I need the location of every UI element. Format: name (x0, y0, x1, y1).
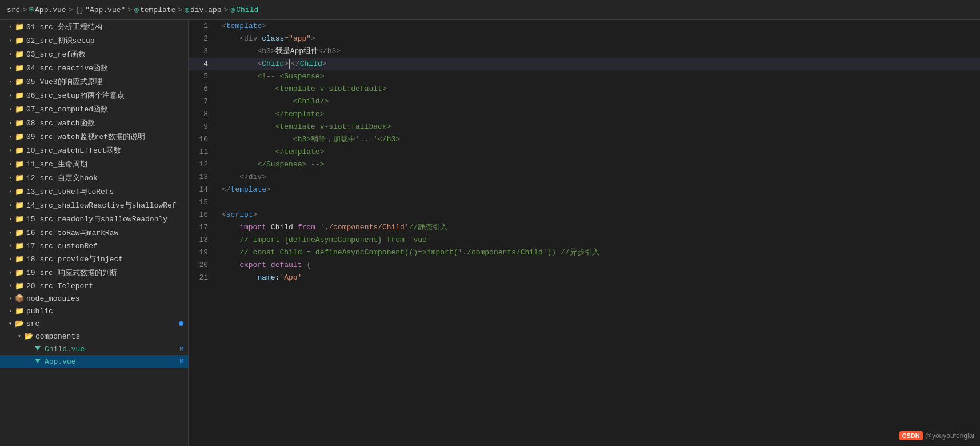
sidebar-item-04[interactable]: ›📁04_src_reactive函数 (0, 61, 188, 75)
folder-icon: 📁 (15, 77, 24, 86)
sidebar-item-08[interactable]: ›📁08_src_watch函数 (0, 116, 188, 130)
sidebar-item-18[interactable]: ›📁18_src_provide与inject (0, 252, 188, 266)
sidebar-item-label: 04_src_reactive函数 (26, 63, 183, 73)
code-editor[interactable]: 1<template>2 <div class="app">3 <h3>我是Ap… (189, 20, 980, 446)
sidebar-item-label: 01_src_分析工程结构 (26, 22, 183, 32)
arrow-icon: › (6, 91, 15, 100)
sidebar-item-src[interactable]: ▾📂src (0, 317, 188, 330)
svg-marker-1 (35, 359, 41, 363)
sidebar-item-11[interactable]: ›📁11_src_生命周期 (0, 157, 188, 171)
code-line-14: 14</template> (189, 184, 980, 196)
arrow-icon: › (6, 132, 15, 141)
sidebar-item-label: 15_src_readonly与shallowReadonly (26, 214, 183, 224)
sidebar-item-label: 07_src_computed函数 (26, 104, 183, 114)
bc-sep-1: > (22, 6, 27, 14)
line-number: 7 (189, 95, 217, 108)
line-number: 15 (189, 196, 217, 209)
arrow-icon: › (6, 187, 15, 196)
bc-appvue[interactable]: App.vue (35, 6, 66, 14)
folder-icon: 📁 (15, 118, 24, 128)
code-line-4: 4 <Child></Child> (189, 58, 980, 70)
sidebar-item-label: 14_src_shallowReactive与shallowRef (26, 200, 183, 210)
bc-obj-icon: {} (75, 6, 84, 14)
line-number: 9 (189, 121, 217, 133)
arrow-icon: › (6, 173, 15, 182)
arrow-icon: › (6, 146, 15, 155)
code-line-7: 7 <Child/> (189, 95, 980, 108)
line-content: // import {defineAsyncComponent} from 'v… (217, 234, 980, 246)
sidebar-item-06[interactable]: ›📁06_src_setup的两个注意点 (0, 89, 188, 102)
sidebar-item-02[interactable]: ›📁02_src_初识setup (0, 34, 188, 47)
arrow-icon (24, 344, 33, 353)
sidebar-item-05[interactable]: ›📁05_Vue3的响应式原理 (0, 75, 188, 89)
sidebar-item-child[interactable]: Child.vueM (0, 343, 188, 355)
sidebar-item-label: 19_src_响应式数据的判断 (26, 268, 183, 278)
code-line-6: 6 <template v-slot:default> (189, 83, 980, 95)
sidebar-item-14[interactable]: ›📁14_src_shallowReactive与shallowRef (0, 198, 188, 212)
sidebar-item-10[interactable]: ›📁10_src_watchEffect函数 (0, 144, 188, 157)
sidebar-item-label: 10_src_watchEffect函数 (26, 145, 183, 156)
sidebar-item-20[interactable]: ›📁20_src_Teleport (0, 280, 188, 292)
line-content: <template v-slot:default> (217, 83, 980, 95)
line-number: 10 (189, 133, 217, 146)
line-content: import Child from './components/Child'//… (217, 221, 980, 234)
sidebar-item-07[interactable]: ›📁07_src_computed函数 (0, 102, 188, 116)
folder-icon: 📂 (15, 319, 24, 328)
line-content: <h3>稍等，加载中'...'</h3> (217, 133, 980, 146)
sidebar: ›📁01_src_分析工程结构›📁02_src_初识setup›📁03_src_… (0, 20, 189, 446)
arrow-icon: › (6, 63, 15, 73)
arrow-icon: › (6, 50, 15, 59)
sidebar-item-03[interactable]: ›📁03_src_ref函数 (0, 47, 188, 61)
line-number: 2 (189, 33, 217, 45)
bc-appvue2[interactable]: "App.vue" (85, 6, 125, 14)
sidebar-item-13[interactable]: ›📁13_src_toRef与toRefs (0, 185, 188, 198)
code-line-8: 8 </template> (189, 108, 980, 121)
line-content: <script> (217, 209, 980, 221)
line-number: 1 (189, 20, 217, 33)
sidebar-item-01[interactable]: ›📁01_src_分析工程结构 (0, 20, 188, 34)
code-line-12: 12 </Suspense> --> (189, 158, 980, 171)
folder-icon: 📂 (24, 332, 33, 341)
sidebar-item-label: 05_Vue3的响应式原理 (26, 77, 183, 87)
line-number: 21 (189, 272, 217, 284)
code-line-3: 3 <h3>我是App组件</h3> (189, 45, 980, 58)
sidebar-item-label: src (26, 320, 179, 328)
bc-child[interactable]: Child (236, 6, 258, 14)
sidebar-item-16[interactable]: ›📁16_src_toRaw与markRaw (0, 226, 188, 240)
line-content: <template> (217, 20, 980, 33)
arrow-icon: › (6, 105, 15, 114)
sidebar-item-app[interactable]: App.vueM (0, 355, 188, 368)
line-content: <!-- <Suspense> (217, 70, 980, 83)
bc-sep-4: > (178, 6, 182, 14)
bc-src: src (7, 6, 20, 14)
sidebar-item-pub[interactable]: ›📁public (0, 305, 188, 317)
sidebar-item-label: public (26, 307, 183, 316)
sidebar-item-09[interactable]: ›📁09_src_watch监视ref数据的说明 (0, 130, 188, 144)
bc-divapp[interactable]: div.app (190, 6, 222, 14)
code-line-17: 17 import Child from './components/Child… (189, 221, 980, 234)
line-content: export default { (217, 259, 980, 272)
line-number: 17 (189, 221, 217, 234)
folder-icon: 📁 (15, 105, 24, 114)
bc-vue-icon: ⊞ (29, 5, 34, 14)
sidebar-item-label: 11_src_生命周期 (26, 159, 183, 169)
sidebar-item-nm[interactable]: ›📦node_modules (0, 292, 188, 305)
sidebar-item-17[interactable]: ›📁17_src_customRef (0, 240, 188, 252)
folder-icon: 📁 (15, 146, 24, 155)
sidebar-item-12[interactable]: ›📁12_src_自定义hook (0, 171, 188, 185)
line-content: <Child></Child> (217, 58, 980, 70)
sidebar-item-comp[interactable]: ▾📂components (0, 330, 188, 343)
main-layout: ›📁01_src_分析工程结构›📁02_src_初识setup›📁03_src_… (0, 20, 980, 446)
code-line-21: 21 name:'App' (189, 272, 980, 284)
line-number: 13 (189, 171, 217, 184)
arrow-icon: › (6, 77, 15, 86)
arrow-icon: ▾ (6, 319, 15, 328)
sidebar-item-label: components (35, 332, 183, 341)
line-content: </Suspense> --> (217, 158, 980, 171)
sidebar-item-15[interactable]: ›📁15_src_readonly与shallowReadonly (0, 212, 188, 226)
folder-icon: 📁 (15, 201, 24, 210)
arrow-icon: › (6, 294, 15, 303)
modified-badge-m: M (179, 345, 183, 352)
bc-template[interactable]: template (140, 6, 175, 14)
sidebar-item-19[interactable]: ›📁19_src_响应式数据的判断 (0, 266, 188, 280)
